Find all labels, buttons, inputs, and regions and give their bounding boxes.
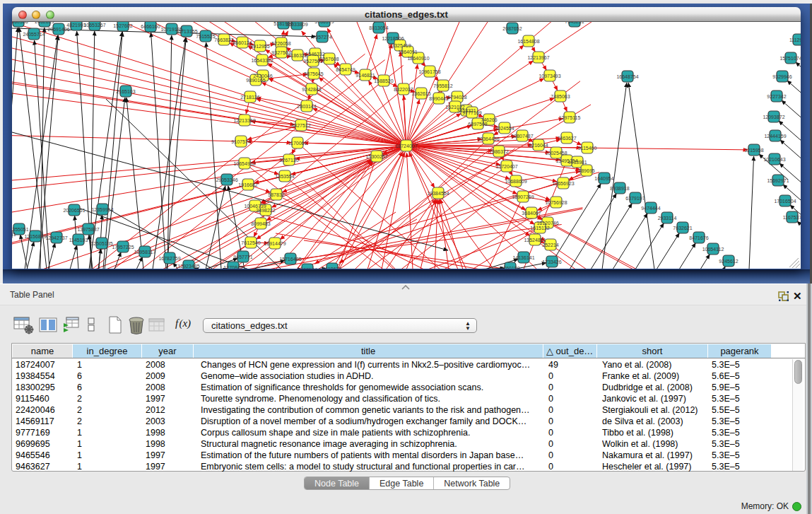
- svg-text:4433981: 4433981: [567, 160, 587, 165]
- svg-text:18907269: 18907269: [512, 194, 534, 199]
- svg-text:1615132: 1615132: [530, 226, 549, 230]
- svg-text:8990443: 8990443: [429, 96, 448, 101]
- svg-text:16713155: 16713155: [175, 29, 197, 34]
- svg-text:9107574: 9107574: [231, 139, 250, 144]
- svg-text:17957225: 17957225: [112, 245, 134, 250]
- svg-text:1640954: 1640954: [594, 176, 613, 181]
- svg-text:10654932: 10654932: [233, 161, 255, 166]
- svg-text:7543231: 7543231: [565, 22, 584, 24]
- svg-text:1355051: 1355051: [12, 227, 29, 232]
- svg-text:9960308: 9960308: [12, 22, 28, 24]
- svg-text:10958117: 10958117: [134, 250, 156, 255]
- svg-text:20364436: 20364436: [477, 136, 499, 141]
- svg-text:889695: 889695: [578, 168, 594, 173]
- svg-text:2367608: 2367608: [319, 57, 339, 62]
- svg-text:9242848: 9242848: [302, 87, 321, 92]
- svg-text:2165103: 2165103: [116, 89, 135, 94]
- svg-text:3267130: 3267130: [279, 158, 298, 163]
- svg-text:8216044: 8216044: [529, 143, 548, 148]
- svg-text:12923485: 12923485: [177, 264, 199, 269]
- svg-text:12942737: 12942737: [45, 235, 67, 240]
- svg-text:9146821: 9146821: [355, 73, 375, 78]
- svg-text:6794028: 6794028: [447, 95, 466, 100]
- svg-text:1370846: 1370846: [223, 265, 242, 269]
- svg-text:7485063: 7485063: [551, 94, 570, 99]
- svg-text:13975887: 13975887: [77, 227, 99, 232]
- svg-text:16120746: 16120746: [536, 221, 558, 226]
- svg-text:9777169: 9777169: [462, 110, 481, 115]
- svg-text:12218506: 12218506: [382, 36, 404, 41]
- svg-text:8660124: 8660124: [233, 40, 252, 45]
- svg-text:16782759: 16782759: [158, 256, 180, 261]
- svg-text:252214: 252214: [542, 243, 558, 247]
- svg-text:6379197: 6379197: [625, 196, 645, 201]
- svg-text:8322037: 8322037: [394, 87, 413, 92]
- svg-text:9474444: 9474444: [641, 206, 660, 211]
- svg-text:12444159: 12444159: [764, 134, 786, 139]
- svg-text:1167537: 1167537: [783, 215, 801, 220]
- svg-text:5875645: 5875645: [304, 71, 323, 76]
- svg-text:7955812: 7955812: [433, 83, 452, 88]
- svg-text:18724007: 18724007: [395, 144, 417, 148]
- svg-text:3498222: 3498222: [256, 208, 275, 213]
- svg-text:6466160: 6466160: [141, 24, 160, 29]
- svg-text:15751074: 15751074: [779, 56, 801, 61]
- svg-text:16154808: 16154808: [517, 39, 539, 44]
- svg-text:16543382: 16543382: [251, 58, 273, 63]
- svg-text:12359914: 12359914: [91, 207, 113, 212]
- svg-text:8813054: 8813054: [369, 25, 388, 30]
- svg-text:12505135: 12505135: [90, 241, 112, 246]
- svg-text:10973493: 10973493: [539, 74, 560, 78]
- svg-text:12093872: 12093872: [763, 115, 784, 119]
- svg-text:10654112: 10654112: [702, 247, 724, 252]
- svg-text:8099483: 8099483: [251, 221, 270, 226]
- svg-text:29053346: 29053346: [216, 177, 237, 182]
- svg-text:12213369: 12213369: [233, 118, 255, 123]
- svg-text:2087652: 2087652: [502, 26, 522, 31]
- svg-text:2803144: 2803144: [297, 104, 316, 109]
- svg-text:1864091: 1864091: [398, 49, 417, 54]
- svg-text:9227342: 9227342: [767, 94, 786, 99]
- svg-text:13325419: 13325419: [389, 43, 411, 48]
- svg-text:10210643: 10210643: [763, 157, 785, 162]
- svg-text:6897508: 6897508: [468, 122, 487, 127]
- svg-text:2933114: 2933114: [658, 216, 677, 221]
- svg-text:7463627: 7463627: [557, 136, 576, 141]
- svg-text:8427512: 8427512: [291, 123, 310, 128]
- svg-text:1170061: 1170061: [288, 141, 307, 146]
- svg-text:7515525: 7515525: [196, 34, 215, 39]
- svg-text:7632621: 7632621: [673, 226, 692, 230]
- svg-text:9457771: 9457771: [233, 255, 252, 259]
- svg-text:16648754: 16648754: [616, 74, 638, 79]
- svg-text:8912955: 8912955: [250, 44, 269, 49]
- svg-text:3786579: 3786579: [314, 22, 334, 24]
- svg-text:2760189: 2760189: [500, 266, 519, 269]
- svg-text:1362615: 1362615: [411, 91, 430, 96]
- svg-text:19384554: 19384554: [427, 191, 449, 196]
- svg-text:8454749: 8454749: [336, 67, 355, 72]
- svg-text:14136141: 14136141: [512, 255, 534, 260]
- svg-text:10688609: 10688609: [505, 179, 526, 184]
- svg-text:587832: 587832: [268, 192, 284, 197]
- svg-text:3915141: 3915141: [12, 232, 16, 237]
- svg-text:8186328: 8186328: [288, 53, 307, 58]
- svg-text:1546332: 1546332: [305, 52, 324, 57]
- svg-text:1916682: 1916682: [238, 182, 257, 187]
- svg-text:5226058: 5226058: [271, 41, 290, 46]
- svg-text:12213967: 12213967: [527, 55, 549, 60]
- svg-text:24055714: 24055714: [23, 32, 45, 37]
- svg-text:2718126: 2718126: [240, 95, 259, 100]
- svg-text:10807487: 10807487: [511, 134, 533, 139]
- svg-text:15716485: 15716485: [279, 257, 301, 262]
- svg-text:1733426: 1733426: [542, 259, 561, 264]
- svg-text:18640910: 18640910: [407, 56, 429, 61]
- svg-text:10961758: 10961758: [418, 69, 440, 74]
- svg-text:17016504: 17016504: [774, 199, 796, 204]
- svg-text:16033809: 16033809: [286, 22, 307, 27]
- svg-text:7986372: 7986372: [489, 149, 508, 154]
- svg-text:13524851: 13524851: [524, 238, 546, 243]
- svg-text:3024554: 3024554: [495, 126, 514, 131]
- svg-text:15692971: 15692971: [767, 178, 789, 183]
- svg-text:1588520: 1588520: [374, 78, 393, 83]
- svg-text:9245612: 9245612: [719, 259, 738, 264]
